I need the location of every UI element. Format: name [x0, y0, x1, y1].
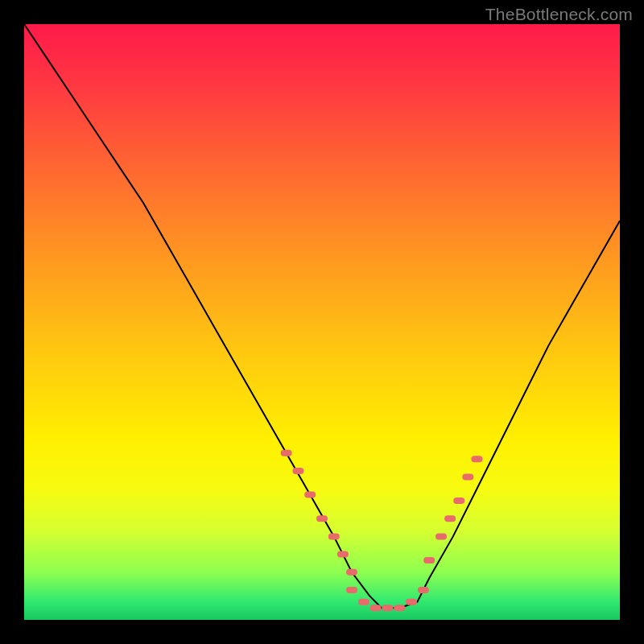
chart-svg [0, 0, 644, 644]
right-segment-dots [471, 456, 482, 462]
right-segment-dots [423, 557, 435, 564]
watermark: TheBottleneck.com [485, 5, 633, 24]
left-segment-dots [304, 492, 316, 498]
bottom-dots [358, 599, 369, 605]
left-segment-dots [281, 450, 292, 456]
chart-container [0, 0, 644, 644]
bottom-dots [346, 587, 357, 593]
left-segment-dots [316, 515, 328, 522]
right-segment-dots [462, 473, 473, 480]
right-segment-dots [453, 497, 464, 504]
right-segment-dots [444, 515, 456, 522]
bottom-dots [370, 605, 382, 611]
left-segment-dots [337, 551, 349, 558]
right-segment-dots [436, 533, 447, 539]
left-segment-dots [328, 533, 340, 539]
bottom-dots [406, 599, 417, 605]
bottom-dots [382, 605, 393, 611]
bottom-dots [418, 587, 429, 593]
bottom-dots [394, 605, 405, 611]
left-segment-dots [292, 468, 303, 474]
left-segment-dots [346, 569, 357, 576]
plot-background [24, 24, 620, 620]
